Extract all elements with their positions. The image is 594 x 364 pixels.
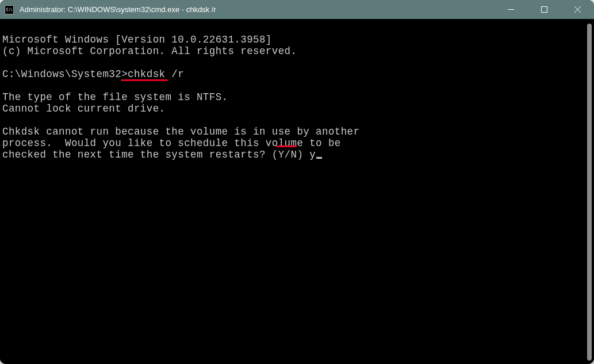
close-button[interactable] bbox=[561, 0, 594, 19]
svg-rect-1 bbox=[541, 7, 547, 13]
blank-line bbox=[2, 114, 582, 126]
output-line: checked the next time the system restart… bbox=[2, 149, 582, 160]
terminal-area[interactable]: Microsoft Windows [Version 10.0.22631.39… bbox=[0, 19, 594, 364]
window-control-buttons bbox=[494, 0, 594, 19]
output-line: process. Would you like to schedule this… bbox=[2, 137, 582, 149]
cmd-icon: C:\ bbox=[5, 5, 14, 14]
output-line: Cannot lock current drive. bbox=[2, 103, 582, 114]
scrollbar[interactable] bbox=[587, 24, 592, 361]
window-title: Administrator: C:\WINDOWS\system32\cmd.e… bbox=[20, 5, 494, 14]
output-line: Chkdsk cannot run because the volume is … bbox=[2, 126, 582, 137]
prompt-question: checked the next time the system restart… bbox=[2, 149, 309, 160]
output-line: Microsoft Windows [Version 10.0.22631.39… bbox=[2, 34, 582, 45]
prompt-line: C:\Windows\System32>chkdsk /r bbox=[2, 68, 582, 80]
maximize-button[interactable] bbox=[527, 0, 561, 19]
cursor bbox=[316, 157, 322, 159]
annotation-underline bbox=[276, 145, 297, 147]
output-line: The type of the file system is NTFS. bbox=[2, 91, 582, 103]
output-line: (c) Microsoft Corporation. All rights re… bbox=[2, 45, 582, 57]
command-text: chkdsk /r bbox=[128, 68, 184, 80]
terminal-output: Microsoft Windows [Version 10.0.22631.39… bbox=[0, 19, 585, 364]
blank-line bbox=[2, 57, 582, 68]
cmd-window: C:\ Administrator: C:\WINDOWS\system32\c… bbox=[0, 0, 594, 364]
scrollbar-thumb[interactable] bbox=[587, 24, 592, 361]
titlebar[interactable]: C:\ Administrator: C:\WINDOWS\system32\c… bbox=[0, 0, 594, 19]
maximize-icon bbox=[541, 6, 547, 13]
prompt-path: C:\Windows\System32> bbox=[2, 68, 128, 80]
minimize-button[interactable] bbox=[494, 0, 527, 19]
user-input: y bbox=[309, 149, 316, 160]
close-icon bbox=[574, 6, 581, 13]
annotation-underline bbox=[121, 79, 168, 81]
minimize-icon bbox=[508, 6, 514, 13]
